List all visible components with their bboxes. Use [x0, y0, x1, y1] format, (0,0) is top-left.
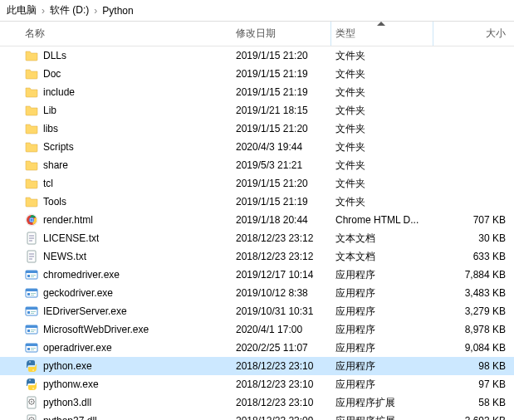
- column-headers: 名称 修改日期 类型 大小: [0, 22, 514, 46]
- file-row[interactable]: tcl2019/1/15 21:20文件夹: [0, 174, 514, 193]
- folder-icon: [25, 177, 38, 190]
- file-name-cell: python.exe: [25, 359, 236, 373]
- breadcrumb[interactable]: 此电脑 › 软件 (D:) › Python: [0, 0, 514, 22]
- file-name-cell: Scripts: [25, 140, 236, 154]
- file-name: IEDriverServer.exe: [43, 305, 127, 317]
- file-date: 2018/12/23 23:10: [236, 360, 335, 372]
- file-row[interactable]: python3.dll2018/12/23 23:10应用程序扩展58 KB: [0, 393, 514, 412]
- file-name: Tools: [43, 196, 66, 208]
- file-size: 3,279 KB: [442, 305, 514, 317]
- file-type: 应用程序: [335, 341, 442, 355]
- file-type: 应用程序扩展: [335, 414, 442, 421]
- file-type: 应用程序: [335, 323, 442, 337]
- file-name: NEWS.txt: [43, 251, 86, 262]
- file-row[interactable]: LICENSE.txt2018/12/23 23:12文本文档30 KB: [0, 229, 514, 247]
- file-date: 2019/1/15 21:19: [236, 86, 335, 98]
- file-row[interactable]: chromedriver.exe2019/12/17 10:14应用程序7,88…: [0, 266, 514, 284]
- chevron-right-icon: ›: [42, 5, 45, 17]
- file-row[interactable]: python.exe2018/12/23 23:10应用程序98 KB: [0, 357, 514, 375]
- folder-icon: [25, 195, 38, 208]
- python-icon: [25, 378, 38, 391]
- file-row[interactable]: Lib2019/1/21 18:15文件夹: [0, 101, 514, 120]
- file-row[interactable]: python37.dll2018/12/23 23:09应用程序扩展3,693 …: [0, 412, 514, 420]
- file-type: 文件夹: [335, 140, 442, 154]
- sort-ascending-icon: [377, 22, 385, 26]
- file-name-cell: IEDriverServer.exe: [25, 305, 236, 318]
- file-size: 3,483 KB: [442, 287, 514, 299]
- file-date: 2020/4/1 17:00: [236, 324, 335, 335]
- folder-icon: [25, 67, 38, 81]
- file-name: operadriver.exe: [43, 342, 112, 354]
- chevron-right-icon: ›: [94, 5, 97, 17]
- file-row[interactable]: IEDriverServer.exe2019/10/31 10:31应用程序3,…: [0, 302, 514, 320]
- file-type: 文件夹: [335, 49, 442, 63]
- file-name-cell: Doc: [25, 67, 236, 81]
- file-date: 2019/1/21 18:15: [236, 105, 335, 116]
- file-date: 2019/1/15 21:19: [236, 68, 335, 80]
- file-row[interactable]: include2019/1/15 21:19文件夹: [0, 83, 514, 101]
- file-size: 633 KB: [442, 251, 514, 262]
- file-name-cell: LICENSE.txt: [25, 232, 236, 245]
- file-type: 文件夹: [335, 104, 442, 118]
- file-date: 2019/10/12 8:38: [236, 287, 335, 299]
- file-size: 97 KB: [442, 378, 514, 390]
- exe-icon: [25, 286, 38, 300]
- file-type: 应用程序: [335, 378, 442, 392]
- file-date: 2019/10/31 10:31: [236, 305, 335, 317]
- file-row[interactable]: libs2019/1/15 21:20文件夹: [0, 120, 514, 138]
- file-row[interactable]: NEWS.txt2018/12/23 23:12文本文档633 KB: [0, 247, 514, 266]
- file-date: 2018/12/23 23:12: [236, 232, 335, 244]
- file-name: DLLs: [43, 50, 66, 61]
- column-header-type[interactable]: 类型: [335, 27, 442, 41]
- file-name: Doc: [43, 68, 61, 80]
- file-name-cell: Lib: [25, 104, 236, 117]
- file-row[interactable]: share2019/5/3 21:21文件夹: [0, 156, 514, 174]
- file-type: 文本文档: [335, 250, 442, 264]
- column-header-date[interactable]: 修改日期: [236, 27, 335, 41]
- breadcrumb-folder[interactable]: Python: [102, 5, 133, 17]
- file-type: 文件夹: [335, 177, 442, 191]
- file-row[interactable]: geckodriver.exe2019/10/12 8:38应用程序3,483 …: [0, 284, 514, 302]
- file-date: 2018/12/23 23:09: [236, 415, 335, 420]
- file-row[interactable]: Doc2019/1/15 21:19文件夹: [0, 65, 514, 83]
- file-type: 文本文档: [335, 232, 442, 246]
- file-size: 3,693 KB: [442, 415, 514, 420]
- file-row[interactable]: Tools2019/1/15 21:19文件夹: [0, 193, 514, 211]
- file-row[interactable]: pythonw.exe2018/12/23 23:10应用程序97 KB: [0, 375, 514, 393]
- dll-icon: [25, 396, 38, 409]
- file-row[interactable]: Scripts2020/4/3 19:44文件夹: [0, 138, 514, 156]
- file-list: DLLs2019/1/15 21:20文件夹Doc2019/1/15 21:19…: [0, 46, 514, 420]
- file-name: tcl: [43, 178, 53, 189]
- file-date: 2019/1/15 21:20: [236, 50, 335, 61]
- file-type: 应用程序: [335, 359, 442, 374]
- file-name: python3.dll: [43, 397, 91, 408]
- file-size: 8,978 KB: [442, 324, 514, 335]
- file-type: 应用程序: [335, 286, 442, 300]
- file-type: 文件夹: [335, 195, 442, 209]
- file-name-cell: render.html: [25, 213, 236, 227]
- file-name: geckodriver.exe: [43, 287, 113, 299]
- file-name-cell: libs: [25, 122, 236, 135]
- file-name: render.html: [43, 214, 93, 226]
- file-date: 2020/4/3 19:44: [236, 141, 335, 153]
- file-type: 文件夹: [335, 85, 442, 100]
- column-header-name[interactable]: 名称: [25, 27, 236, 41]
- file-type: 应用程序: [335, 305, 442, 319]
- file-name: LICENSE.txt: [43, 232, 99, 244]
- file-name-cell: python37.dll: [25, 414, 236, 420]
- column-header-size[interactable]: 大小: [442, 27, 514, 41]
- file-name: pythonw.exe: [43, 378, 99, 390]
- file-size: 58 KB: [442, 397, 514, 408]
- breadcrumb-root[interactable]: 此电脑: [7, 3, 37, 17]
- file-date: 2018/12/23 23:10: [236, 378, 335, 390]
- file-row[interactable]: render.html2019/1/18 20:44Chrome HTML D.…: [0, 211, 514, 229]
- file-row[interactable]: MicrosoftWebDriver.exe2020/4/1 17:00应用程序…: [0, 320, 514, 339]
- breadcrumb-drive[interactable]: 软件 (D:): [50, 3, 89, 17]
- folder-icon: [25, 104, 38, 117]
- file-name-cell: operadriver.exe: [25, 341, 236, 354]
- file-name: libs: [43, 123, 58, 134]
- file-row[interactable]: operadriver.exe2020/2/25 11:07应用程序9,084 …: [0, 339, 514, 357]
- file-name-cell: python3.dll: [25, 396, 236, 409]
- file-date: 2019/1/15 21:20: [236, 123, 335, 134]
- file-row[interactable]: DLLs2019/1/15 21:20文件夹: [0, 46, 514, 65]
